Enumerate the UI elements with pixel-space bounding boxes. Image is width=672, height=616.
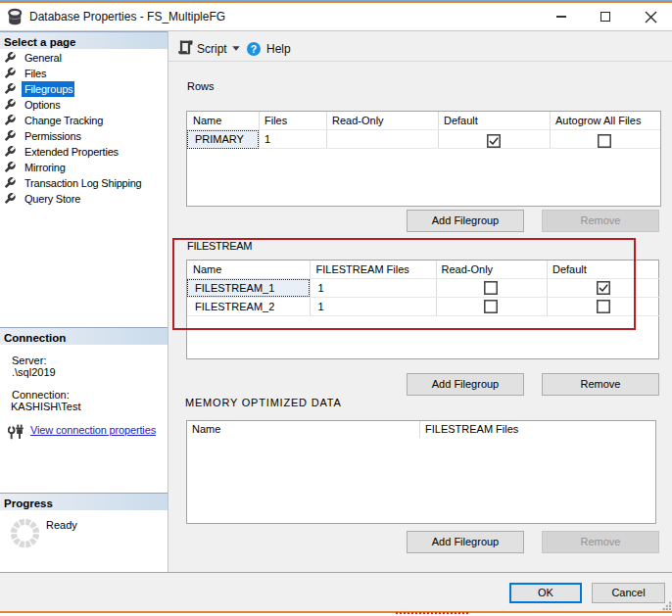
svg-text:?: ?	[251, 42, 257, 54]
